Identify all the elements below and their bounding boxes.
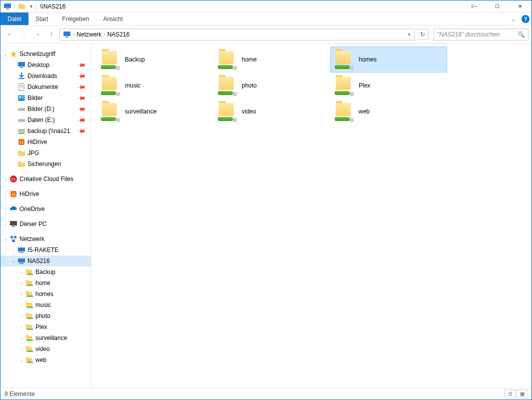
tree-item[interactable]: Desktop📌 — [0, 60, 91, 70]
svg-rect-33 — [10, 236, 13, 238]
folder-item[interactable]: Backup — [96, 46, 213, 72]
tree-item-label: surveillance — [35, 334, 67, 342]
ribbon-collapse-icon[interactable]: ⌄ — [508, 12, 520, 25]
expand-icon[interactable]: › — [18, 270, 24, 274]
expand-icon[interactable]: › — [2, 206, 8, 212]
tree-item[interactable]: ›photo — [0, 310, 91, 322]
tree-item[interactable]: ›HHiDrive — [0, 188, 91, 200]
back-button[interactable]: ← — [3, 28, 15, 40]
expand-icon[interactable]: › — [2, 192, 8, 196]
ribbon-file-tab[interactable]: Datei — [0, 12, 28, 25]
expand-icon[interactable]: › — [18, 280, 24, 286]
hidrive-icon: H — [17, 138, 25, 146]
tree-item-label: Creative Cloud Files — [19, 176, 73, 182]
tree-item[interactable]: ›Plex — [0, 322, 91, 332]
collapse-icon[interactable]: ⌄ — [10, 258, 16, 264]
ribbon-tab-share[interactable]: Freigeben — [55, 12, 96, 25]
folder-item[interactable]: video — [213, 98, 330, 124]
folder-item-label: surveillance — [125, 108, 156, 115]
pin-icon: 📌 — [76, 82, 86, 92]
collapse-icon[interactable]: ⌄ — [2, 236, 8, 242]
tree-item-label: NAS216 — [27, 258, 50, 264]
expand-icon[interactable]: › — [18, 292, 24, 296]
maximize-button[interactable]: ☐ — [486, 0, 509, 12]
recent-dropdown[interactable]: ▾ — [31, 28, 43, 40]
minimize-button[interactable]: ─ — [463, 0, 486, 12]
tree-item[interactable]: Downloads📌 — [0, 70, 91, 82]
tree-item[interactable]: ›Backup — [0, 266, 91, 278]
tree-item[interactable]: ›home — [0, 278, 91, 288]
ribbon-tab-start[interactable]: Start — [28, 12, 55, 25]
expand-icon[interactable]: › — [18, 336, 24, 340]
folder-item[interactable]: homes — [330, 46, 447, 72]
pc-icon — [9, 220, 17, 228]
folder-icon — [17, 160, 25, 168]
breadcrumb-network[interactable]: Netzwerk — [74, 31, 103, 38]
expand-icon[interactable]: › — [10, 248, 16, 252]
folder-item[interactable]: home — [213, 46, 330, 72]
address-bar[interactable]: › Netzwerk › NAS216 ▾ — [59, 28, 415, 40]
drive-icon — [17, 116, 25, 124]
folder-item[interactable]: music — [96, 72, 213, 98]
collapse-icon[interactable]: ⌄ — [2, 52, 8, 56]
pic-icon — [17, 94, 25, 102]
tree-item[interactable]: ⌄NAS216 — [0, 256, 91, 266]
svg-rect-41 — [26, 269, 28, 270]
breadcrumb-nas216[interactable]: NAS216 — [105, 31, 132, 38]
tree-item[interactable]: ›web — [0, 354, 91, 366]
svg-rect-35 — [12, 240, 15, 242]
tree-item[interactable]: ›I5-RAKETE — [0, 244, 91, 256]
expand-icon[interactable]: › — [2, 222, 8, 226]
svg-rect-23 — [18, 152, 25, 156]
expand-icon[interactable]: › — [18, 302, 24, 308]
tree-item[interactable]: ›homes — [0, 288, 91, 300]
tree-item[interactable]: Daten (E:)📌 — [0, 114, 91, 126]
tree-item[interactable]: Bilder📌 — [0, 92, 91, 104]
expand-icon[interactable]: › — [18, 314, 24, 318]
tree-item[interactable]: ›music — [0, 300, 91, 310]
qat-new-folder-icon[interactable] — [18, 2, 26, 10]
folder-item[interactable]: surveillance — [96, 98, 213, 124]
content-pane[interactable]: BackuphomehomesmusicphotoPlexsurveillanc… — [91, 44, 532, 388]
help-button[interactable]: ? — [520, 12, 532, 25]
tree-item[interactable]: ›OneDrive — [0, 204, 91, 214]
expand-icon[interactable]: › — [18, 324, 24, 330]
close-button[interactable]: ✕ — [509, 0, 532, 12]
status-bar: 9 Elemente ☰ ▦ — [0, 388, 532, 400]
expand-icon[interactable]: › — [2, 176, 8, 182]
svg-rect-50 — [26, 302, 28, 304]
qat-dropdown-icon[interactable]: ▾ — [30, 4, 32, 9]
tree-item[interactable]: ›video — [0, 344, 91, 354]
tree-item-label: home — [35, 280, 50, 286]
icons-view-button[interactable]: ▦ — [517, 390, 528, 398]
tree-item[interactable]: HHiDrive — [0, 136, 91, 148]
tree-item-label: JPG — [27, 150, 39, 156]
tree-item[interactable]: ›surveillance — [0, 332, 91, 344]
ribbon-tab-view[interactable]: Ansicht — [96, 12, 129, 25]
tree-item-label: Dieser PC — [19, 220, 47, 228]
tree-item[interactable]: Dokumente📌 — [0, 82, 91, 92]
up-button[interactable]: ↑ — [45, 28, 57, 40]
forward-button[interactable]: → — [17, 28, 29, 40]
status-item-count: 9 Elemente — [4, 390, 35, 398]
app-icon — [3, 2, 11, 10]
tree-item[interactable]: backup (\\nas21📌 — [0, 126, 91, 136]
expand-icon[interactable]: › — [18, 346, 24, 352]
svg-rect-0 — [4, 4, 11, 8]
details-view-button[interactable]: ☰ — [505, 390, 516, 398]
tree-item[interactable]: Bilder (D:)📌 — [0, 104, 91, 114]
folder-item[interactable]: Plex — [330, 72, 447, 98]
expand-icon[interactable]: › — [18, 358, 24, 362]
address-history-icon[interactable]: ▾ — [405, 32, 413, 37]
folder-item[interactable]: web — [330, 98, 447, 124]
tree-item[interactable]: ›CcCreative Cloud Files — [0, 174, 91, 184]
tree-item[interactable]: ›Dieser PC — [0, 218, 91, 230]
search-input[interactable]: "NAS216" durchsuchen 🔍 — [434, 28, 529, 40]
folder-item[interactable]: photo — [213, 72, 330, 98]
tree-item[interactable]: ⌄Netzwerk — [0, 234, 91, 244]
refresh-button[interactable]: ↻ — [417, 29, 429, 40]
navigation-tree[interactable]: ⌄SchnellzugriffDesktop📌Downloads📌Dokumen… — [0, 44, 91, 388]
tree-item[interactable]: ⌄Schnellzugriff — [0, 48, 91, 60]
tree-item[interactable]: JPG — [0, 148, 91, 158]
tree-item[interactable]: Sicherungen — [0, 158, 91, 170]
